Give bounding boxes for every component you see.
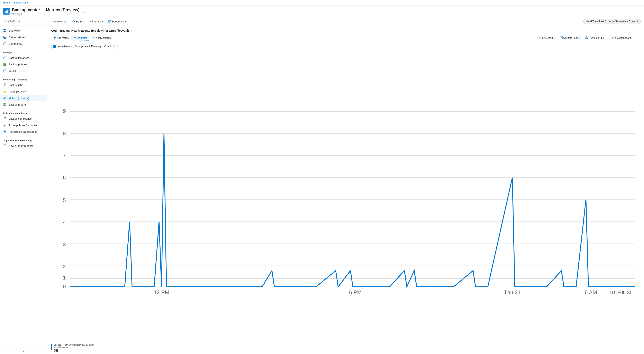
svg-rect-3	[4, 29, 5, 30]
share-button[interactable]: Share ▾	[88, 19, 105, 24]
sidebar-item-backup-policies[interactable]: Backup policies	[0, 61, 47, 68]
share-icon	[90, 20, 93, 23]
community-icon	[3, 42, 6, 45]
more-options-icon[interactable]: ...	[83, 9, 86, 13]
line-chart-button[interactable]: Line chart ▾	[536, 35, 557, 41]
sidebar-item-label: Azure policies for backup	[8, 124, 38, 127]
page-subtitle: Microsoft	[12, 12, 80, 15]
legend-value: 28	[54, 349, 94, 353]
svg-rect-5	[4, 31, 5, 32]
sidebar-item-backup-reports[interactable]: Backup reports	[0, 101, 47, 108]
content-area: + New chart Refresh Share ▾ Fee	[47, 17, 644, 354]
pin-to-dashboard-button[interactable]: Pin to dashboard	[606, 35, 633, 41]
new-chart-icon: +	[52, 20, 54, 23]
sidebar-item-protectable-datasources[interactable]: Protectable datasources	[0, 128, 47, 135]
refresh-button[interactable]: Refresh	[70, 19, 88, 24]
sidebar-item-label: Backup reports	[8, 103, 26, 106]
feedback-button[interactable]: Feedback ▾	[106, 19, 128, 24]
sidebar-item-label: Backup compliance	[8, 117, 32, 120]
metric-chart-svg: 9 8 7 6 5 4 3 2 1 0	[51, 51, 640, 342]
new-chart-button[interactable]: + New chart	[50, 18, 69, 24]
filter-tag-vault: azurefilesvault, Backup Health Events (p…	[51, 44, 118, 49]
chart-line	[70, 134, 635, 287]
svg-rect-0	[5, 11, 6, 13]
overview-icon	[3, 29, 6, 32]
filter-tag-remove[interactable]: ✕	[113, 45, 115, 48]
sidebar-item-metrics[interactable]: Metrics (Preview)	[0, 95, 47, 101]
sidebar-item-azure-policies[interactable]: Azure policies for backup	[0, 122, 47, 128]
sidebar-item-vaults[interactable]: Vaults	[0, 68, 47, 74]
new-alert-rule-button[interactable]: New alert rule	[583, 35, 606, 41]
more-chart-options-button[interactable]: ···	[634, 35, 640, 40]
sidebar-item-getting-started[interactable]: ▶ Getting started	[0, 34, 47, 40]
x-utc-label: UTC+05:30	[608, 290, 632, 295]
x-label-thu21: Thu 21	[504, 289, 521, 295]
refresh-icon	[72, 20, 75, 23]
search-box	[0, 17, 47, 26]
metrics-icon	[3, 96, 6, 100]
add-filter-button[interactable]: Add filter	[72, 35, 89, 41]
y-label-2: 2	[63, 263, 66, 269]
sidebar-item-backup-compliance[interactable]: Backup compliance	[0, 115, 47, 122]
svg-rect-4	[5, 29, 6, 30]
breadcrumb-home[interactable]: Home	[3, 1, 10, 4]
sidebar-nav: Overview ▶ Getting started Community Man…	[0, 26, 47, 347]
filter-tags-area: azurefilesvault, Backup Health Events (p…	[47, 42, 644, 51]
legend-text: Backup Health Events (preview) (Count) a…	[54, 344, 94, 353]
app-icon	[3, 8, 10, 15]
chart-area: Count Backup Health Events (preview) for…	[47, 26, 644, 354]
breadcrumb-separator: >	[11, 1, 12, 4]
y-label-8: 8	[63, 131, 66, 137]
y-label-5: 5	[63, 197, 66, 203]
drill-into-logs-icon	[560, 36, 562, 40]
search-input[interactable]	[2, 18, 45, 24]
new-support-icon	[3, 144, 6, 147]
sidebar-item-label: Getting started	[8, 36, 26, 39]
page-header-text: Backup center | Metrics (Preview) Micros…	[12, 7, 80, 15]
add-filter-icon	[74, 36, 76, 39]
sidebar-item-label: Backup policies	[8, 63, 27, 66]
svg-text:!: !	[5, 91, 5, 92]
divider-monitoring	[0, 75, 47, 75]
sidebar-item-community[interactable]: Community	[0, 40, 47, 47]
sidebar-item-backup-jobs[interactable]: Backup jobs	[0, 82, 47, 88]
feedback-icon	[108, 20, 111, 23]
apply-splitting-button[interactable]: Apply splitting	[90, 35, 113, 41]
protectable-datasources-icon	[3, 130, 6, 133]
legend-label: Backup Health Events (preview) (Count)	[54, 344, 94, 346]
sidebar-item-new-support[interactable]: New support request	[0, 143, 47, 149]
sidebar-collapse-button[interactable]	[0, 347, 47, 354]
sidebar-item-alerts[interactable]: ! Alerts (Preview)	[0, 88, 47, 95]
svg-rect-6	[5, 31, 6, 32]
sidebar: Overview ▶ Getting started Community Man…	[0, 17, 47, 354]
svg-point-12	[4, 57, 5, 58]
x-label-6am: 6 AM	[585, 289, 597, 295]
pin-to-dashboard-icon	[608, 36, 612, 40]
azure-policies-icon	[3, 124, 6, 127]
sidebar-item-backup-instances[interactable]: Backup instances	[0, 54, 47, 61]
svg-point-14	[4, 70, 6, 71]
backup-compliance-icon	[3, 117, 6, 120]
filter-tag-text: azurefilesvault, Backup Health Events (p…	[58, 45, 111, 48]
sidebar-item-label: Alerts (Preview)	[8, 90, 28, 93]
backup-instances-icon	[3, 56, 6, 59]
svg-rect-17	[4, 97, 5, 99]
sidebar-item-overview[interactable]: Overview	[0, 27, 47, 34]
backup-jobs-icon	[3, 83, 6, 87]
svg-point-9	[4, 43, 5, 44]
time-selector-button[interactable]: Local Time: Last 24 hours (Automatic - 5…	[583, 19, 641, 24]
manage-section-label: Manage	[0, 49, 47, 54]
new-alert-rule-icon	[585, 36, 588, 40]
add-metric-icon	[54, 36, 56, 39]
backup-reports-icon	[3, 103, 6, 106]
y-label-1: 1	[63, 275, 66, 281]
sidebar-item-label: Overview	[8, 29, 20, 32]
svg-point-10	[5, 43, 6, 44]
getting-started-icon: ▶	[3, 35, 6, 39]
backup-policies-icon	[3, 63, 6, 66]
add-metric-button[interactable]: Add metric	[51, 35, 71, 41]
breadcrumb-current[interactable]: Backup center	[14, 1, 30, 4]
drill-into-logs-button[interactable]: Drill into Logs ▾	[558, 35, 582, 41]
y-label-4: 4	[63, 219, 66, 225]
chart-edit-icon[interactable]: ✎	[130, 29, 133, 32]
